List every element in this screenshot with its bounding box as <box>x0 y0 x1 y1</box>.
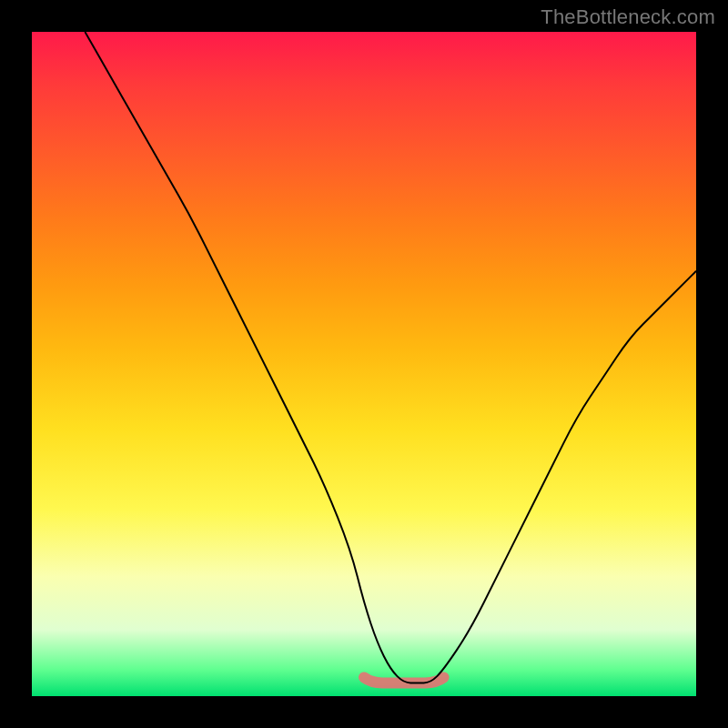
chart-frame: TheBottleneck.com <box>0 0 728 728</box>
curve-svg <box>32 32 696 696</box>
watermark-text: TheBottleneck.com <box>541 5 715 29</box>
plot-area <box>32 32 696 696</box>
bottleneck-curve <box>85 32 696 682</box>
